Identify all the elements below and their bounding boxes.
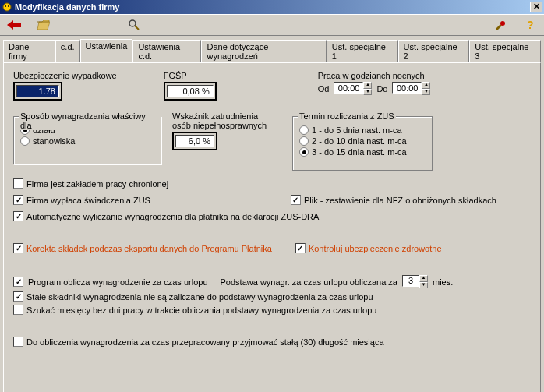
tab-ustawienia[interactable]: Ustawienia — [80, 39, 133, 62]
ubezp-label: Ubezpieczenie wypadkowe — [13, 71, 117, 80]
radio-stanowiska-label: stanowiska — [33, 136, 75, 147]
chk-urlop-label: Program oblicza wynagrodzenie za czas ur… — [28, 277, 208, 287]
mies-input[interactable]: 3 ▲▼ — [402, 275, 428, 288]
sposob-groupbox: Sposób wynagradzania właściwy dla działu… — [13, 116, 161, 164]
radio-stanowiska[interactable] — [20, 136, 30, 146]
radio-termin-1-label: 1 - do 5 dnia nast. m-ca — [312, 125, 402, 136]
tab-ustawienia-cd[interactable]: Ustawienia c.d. — [132, 40, 201, 63]
termin-groupbox: Termin rozliczania z ZUS 1 - do 5 dnia n… — [292, 116, 433, 171]
podstawa-label: Podstawa wynagr. za czas urlopu obliczan… — [221, 277, 397, 287]
chk-chroniona[interactable] — [13, 178, 23, 189]
window-title: Modyfikacja danych firmy — [15, 2, 530, 12]
search-button[interactable] — [126, 17, 142, 33]
radio-termin-3-label: 3 - do 15 dnia nast. m-ca — [312, 147, 407, 157]
folder-button[interactable] — [36, 17, 51, 33]
tabbar: Dane firmy c.d. Ustawienia Ustawienia c.… — [0, 36, 544, 62]
mies-unit: mies. — [433, 277, 453, 287]
chk-szukac[interactable] — [13, 305, 23, 315]
wskaznik-input[interactable]: 6,0 % — [175, 135, 214, 147]
chk-stala30-label: Do obliczenia wynagrodzenia za czas prze… — [26, 337, 384, 347]
tab-content: Ubezpieczenie wypadkowe 1.78 FGŚP 0,08 %… — [3, 62, 541, 392]
chk-urlop[interactable] — [13, 277, 23, 287]
chk-zusdra[interactable] — [13, 211, 23, 221]
chk-chroniona-label: Firma jest zakładem pracy chronionej — [26, 179, 168, 189]
tool-icon[interactable] — [493, 17, 508, 33]
svg-point-3 — [129, 20, 136, 26]
tab-cd[interactable]: c.d. — [55, 40, 80, 63]
back-button[interactable] — [6, 17, 22, 33]
down-icon[interactable]: ▼ — [363, 89, 372, 96]
app-icon — [2, 2, 12, 12]
fgsp-field-wrap: 0,08 % — [164, 82, 217, 101]
sposob-title: Sposób wynagradzania właściwy dla — [19, 111, 161, 130]
chk-nfz-label: Plik - zestawienie dla NFZ o obniżonych … — [304, 196, 496, 205]
help-button[interactable]: ? — [522, 17, 538, 33]
toolbar: ? — [0, 14, 544, 36]
svg-point-2 — [8, 5, 9, 7]
chk-zusdra-label: Automatyczne wyliczanie wynagrodzenia dl… — [26, 212, 319, 221]
up-icon[interactable]: ▲ — [363, 82, 372, 89]
chk-stale[interactable] — [13, 291, 23, 302]
radio-termin-2[interactable] — [299, 136, 309, 146]
tab-specjalne-1[interactable]: Ust. specjalne 1 — [327, 40, 398, 63]
radio-termin-2-label: 2 - do 10 dnia nast. m-ca — [312, 136, 407, 147]
chk-zdrowotne-label: Kontroluj ubezpieczenie zdrowotne — [309, 244, 442, 253]
tab-specjalne-3[interactable]: Ust. specjalne 3 — [469, 40, 541, 63]
chk-nfz[interactable] — [291, 195, 301, 205]
wskaznik-field-wrap: 6,0 % — [172, 132, 217, 150]
chk-korekta-label: Korekta składek podczas eksportu danych … — [26, 244, 272, 253]
chk-stale-label: Stałe składniki wynagrodzenia nie są zal… — [26, 292, 373, 302]
termin-title: Termin rozliczania z ZUS — [298, 111, 396, 121]
close-button[interactable]: ✕ — [530, 2, 542, 12]
chk-korekta[interactable] — [13, 243, 23, 253]
radio-termin-1[interactable] — [299, 125, 309, 135]
wskaznik-label2: osób niepełnosprawnych — [172, 121, 281, 130]
chk-zus[interactable] — [13, 195, 23, 205]
od-label: Od — [318, 84, 330, 94]
chk-zus-label: Firma wypłaca świadczenia ZUS — [26, 196, 150, 205]
chk-stala30[interactable] — [13, 337, 23, 347]
fgsp-input[interactable]: 0,08 % — [167, 85, 214, 97]
svg-text:?: ? — [527, 19, 534, 30]
tab-dane-firmy[interactable]: Dane firmy — [3, 40, 55, 63]
do-label: Do — [376, 84, 387, 94]
od-input[interactable]: 00:00 ▲▼ — [334, 82, 372, 95]
svg-point-1 — [5, 5, 6, 7]
do-input[interactable]: 00:00 ▲▼ — [392, 82, 430, 95]
titlebar: Modyfikacja danych firmy ✕ — [0, 0, 544, 14]
wskaznik-label1: Wskaźnik zatrudnienia — [172, 111, 281, 121]
tab-specjalne-2[interactable]: Ust. specjalne 2 — [398, 40, 470, 63]
tab-wynagrodzen[interactable]: Dane dotyczące wynagrodzeń — [201, 40, 326, 63]
up-icon[interactable]: ▲ — [422, 82, 430, 89]
fgsp-label: FGŚP — [164, 71, 217, 80]
down-icon[interactable]: ▼ — [419, 282, 428, 289]
svg-line-4 — [135, 26, 139, 30]
nocne-label: Praca w godzianch nocnych — [318, 71, 431, 80]
down-icon[interactable]: ▼ — [422, 89, 430, 96]
ubezp-input[interactable]: 1.78 — [16, 85, 59, 97]
ubezp-field-wrap: 1.78 — [13, 82, 62, 101]
svg-point-0 — [3, 3, 11, 11]
radio-termin-3[interactable] — [299, 147, 309, 157]
up-icon[interactable]: ▲ — [419, 275, 428, 282]
chk-zdrowotne[interactable] — [295, 243, 306, 253]
svg-point-5 — [500, 21, 505, 26]
chk-szukac-label: Szukać miesięcy bez dni pracy w trakcie … — [26, 305, 376, 315]
